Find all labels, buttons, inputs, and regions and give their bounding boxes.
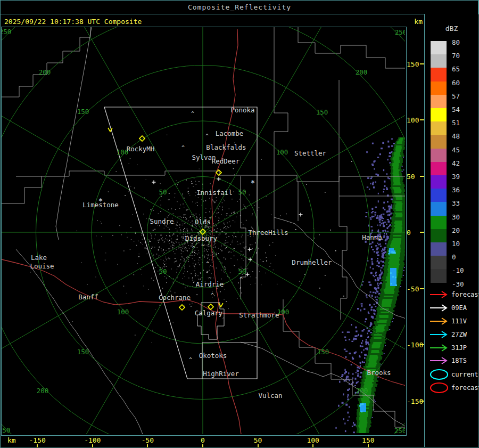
dot-marker-icon — [330, 230, 331, 231]
x-axis-tick-label: -100 — [84, 436, 101, 444]
window-border-right — [478, 0, 478, 448]
legend-label: 111V — [451, 317, 467, 325]
city-label-okotoks: Okotoks — [199, 352, 227, 360]
plus-marker-icon — [246, 273, 250, 276]
scale-color-box — [431, 256, 447, 269]
range-ring-label: 250 — [394, 427, 405, 434]
city-label-airdrie: Airdrie — [196, 280, 224, 288]
title-bar: Composite_Reflectivity — [0, 0, 479, 14]
dot-marker-icon — [256, 252, 257, 254]
legend-31JP-arrow-icon — [429, 342, 449, 354]
scale-label: 20 — [452, 226, 460, 234]
dot-marker-icon — [351, 161, 352, 162]
city-label-blackfalds: Blackfalds — [206, 143, 246, 151]
legend-18TS-arrow-icon — [429, 355, 449, 366]
city-label-hanna: Hanna — [362, 233, 382, 241]
scale-color-box — [431, 54, 447, 68]
y-axis-tick-label: -50 — [407, 284, 419, 292]
dot-marker-icon — [304, 274, 305, 275]
range-ring-label: 150 — [77, 108, 89, 116]
timestamp-label: 2025/09/22 10:17:38 UTC Composite — [4, 18, 142, 26]
caret-marker-icon: ^ — [192, 246, 195, 251]
right-axis-unit-label: km — [406, 18, 423, 26]
range-ring-label: 200 — [356, 387, 368, 395]
down-arrow-icon — [219, 303, 223, 307]
range-ring-label: 50 — [238, 267, 246, 275]
scale-label: 0 — [452, 253, 456, 261]
caret-marker-icon: ^ — [181, 145, 185, 151]
scale-color-box — [431, 216, 447, 229]
range-ring-label: 200 — [39, 68, 51, 76]
scale-label: 30 — [452, 213, 460, 221]
city-label-innisfail: Innisfail — [196, 189, 233, 197]
window-border-left — [0, 0, 1, 448]
x-axis-tick — [147, 444, 148, 447]
radar-app-window: Composite_Reflectivity 2025/09/22 10:17:… — [0, 0, 479, 448]
caret-marker-icon: ^ — [189, 357, 192, 363]
x-axis-tick — [92, 444, 93, 447]
dot-marker-icon — [319, 288, 320, 289]
scale-color-box — [431, 68, 447, 81]
scale-color-box — [431, 121, 447, 135]
legend-forecast-ellipse-icon — [429, 382, 449, 394]
scale-color-box — [431, 242, 447, 256]
x-axis-tick — [368, 444, 369, 447]
city-label-rockymh: RockyMH — [127, 145, 155, 153]
city-label-banff: Banff — [78, 293, 98, 301]
scale-label: -30 — [452, 280, 464, 288]
y-axis-tick-label: 0 — [407, 229, 411, 237]
plus-marker-icon — [152, 181, 156, 184]
scale-label: 51 — [452, 119, 460, 127]
y-axis-tick-label: 150 — [407, 60, 419, 68]
dot-marker-icon — [325, 192, 326, 193]
city-label-highriver: HighRiver — [203, 370, 239, 378]
range-ring-label: 200 — [37, 387, 49, 395]
x-axis-tick — [202, 444, 203, 447]
radar-map-canvas[interactable]: 2502001501005050100150200250501001502002… — [1, 27, 407, 436]
y-axis-tick-label: 50 — [407, 172, 415, 180]
plus-marker-icon — [299, 213, 303, 217]
legend-label: current — [451, 371, 478, 378]
dot-marker-icon — [335, 250, 336, 251]
city-label-sundre: Sundre — [150, 217, 174, 225]
y-axis-tick — [420, 401, 424, 402]
scale-color-box — [431, 95, 447, 108]
legend-27ZW-arrow-icon — [429, 329, 449, 340]
caret-marker-icon: ^ — [240, 276, 243, 282]
city-label-calgary: Calgary — [195, 309, 223, 317]
dot-marker-icon — [343, 296, 344, 297]
scale-label: -10 — [452, 266, 464, 274]
city-label-louise: Louise — [30, 262, 54, 270]
plus-marker-icon — [248, 248, 252, 251]
city-label-threehills: ThreeHills — [248, 229, 288, 237]
city-label-reddeer: RedDeer — [212, 157, 240, 165]
y-axis-tick — [420, 288, 424, 289]
y-axis-tick — [420, 232, 424, 233]
divider-vertical — [424, 14, 425, 447]
city-label-ponoka: Ponoka — [230, 106, 254, 114]
y-axis-tick — [420, 63, 424, 64]
city-label-drumheller: Drumheller — [292, 258, 332, 266]
legend-label: 18TS — [451, 357, 467, 364]
caret-marker-icon: ^ — [206, 261, 209, 267]
legend-label: 27ZW — [451, 331, 467, 338]
scale-label: 80 — [452, 38, 460, 46]
scale-label: 70 — [452, 52, 460, 60]
color-scale-title: dBZ — [425, 25, 478, 32]
scale-label: 45 — [452, 145, 460, 153]
range-ring-label: 250 — [395, 28, 405, 36]
range-ring-label: 150 — [77, 348, 89, 356]
range-ring-label: 50 — [159, 267, 167, 275]
legend-current-ellipse-icon — [429, 369, 449, 380]
city-label-strathmore: Strathmore — [239, 311, 279, 319]
asterisk-marker-icon: * — [251, 178, 255, 187]
x-axis-tick — [258, 444, 259, 447]
x-axis-tick-label: 100 — [307, 436, 319, 444]
city-label-cochrane: Cochrane — [159, 294, 191, 302]
scale-color-box — [431, 189, 447, 202]
x-axis-tick-label: -150 — [29, 436, 46, 444]
caret-marker-icon: ^ — [191, 111, 194, 117]
scale-color-box — [431, 162, 447, 175]
site-diamond-icon — [179, 305, 185, 310]
radar-map-svg: 2502001501005050100150200250501001502002… — [2, 27, 405, 434]
